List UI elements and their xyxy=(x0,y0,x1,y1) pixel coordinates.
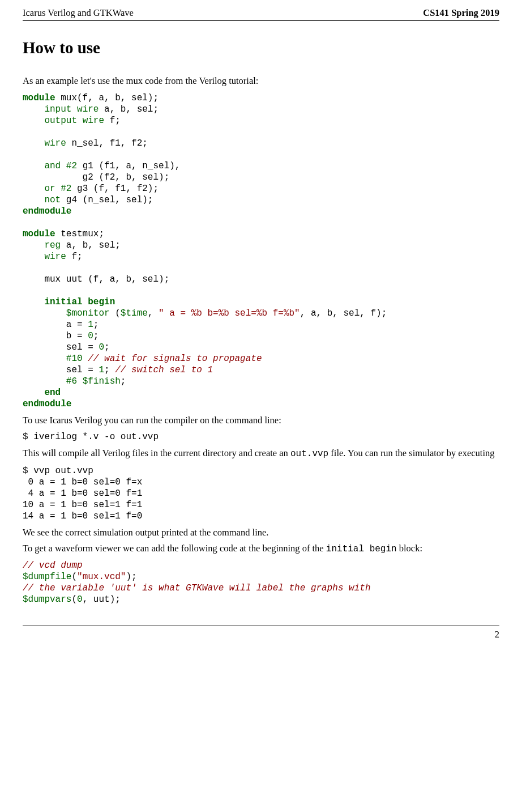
intro-paragraph: As an example let's use the mux code fro… xyxy=(23,75,499,87)
code-block-vvp-output: $ vvp out.vvp 0 a = 1 b=0 sel=0 f=x 4 a … xyxy=(23,465,499,522)
page-number: 2 xyxy=(495,629,499,640)
paragraph-compile: To use Icarus Verilog you can run the co… xyxy=(23,414,499,427)
header-left: Icarus Verilog and GTKWave xyxy=(23,7,134,19)
code-block-iverilog: $ iverilog *.v -o out.vvp xyxy=(23,431,499,443)
paragraph-outvvp: This will compile all Verilog files in t… xyxy=(23,447,499,461)
page-header: Icarus Verilog and GTKWave CS141 Spring … xyxy=(23,7,499,21)
paragraph-waveform: To get a waveform viewer we can add the … xyxy=(23,542,499,556)
section-title: How to use xyxy=(23,37,499,59)
page: Icarus Verilog and GTKWave CS141 Spring … xyxy=(0,0,522,658)
code-block-mux: module mux(f, a, b, sel); input wire a, … xyxy=(23,92,499,410)
paragraph-sim-output: We see the correct simulation output pri… xyxy=(23,526,499,539)
header-right: CS141 Spring 2019 xyxy=(423,7,499,19)
code-block-vcd: // vcd dump $dumpfile("mux.vcd"); // the… xyxy=(23,560,499,605)
page-footer: 2 xyxy=(23,626,499,641)
